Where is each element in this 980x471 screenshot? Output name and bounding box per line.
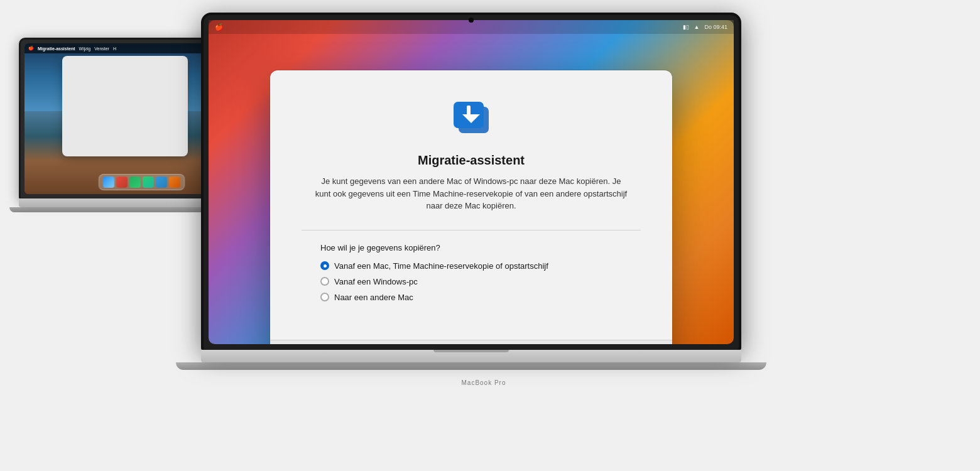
radio-label-2: Vanaf een Windows-pc [334, 277, 418, 286]
radio-item-1[interactable]: Vanaf een Mac, Time Machine-reservekopie… [320, 261, 548, 271]
front-macbook: 🍎 ▮▯ ▲ Do 09:41 [201, 13, 766, 370]
back-dock [99, 174, 185, 190]
radio-circle-3[interactable] [320, 293, 329, 301]
back-dock-maps[interactable] [169, 176, 180, 188]
back-menu-venster[interactable]: Venster [94, 46, 109, 51]
radio-circle-1[interactable] [320, 261, 329, 270]
back-app-name: Migratie-assistent [38, 46, 75, 51]
back-dock-finder[interactable] [103, 176, 114, 188]
clock-status: Do 09:41 [704, 24, 727, 30]
migration-dialog: Migratie-assistent Je kunt gegevens van … [270, 70, 672, 344]
dialog-footer: Stop Ga door [270, 340, 672, 345]
back-dock-launchpad[interactable] [116, 176, 128, 188]
back-dock-messages[interactable] [143, 176, 154, 188]
front-wallpaper: 🍎 ▮▯ ▲ Do 09:41 [209, 20, 734, 344]
front-macbook-lid: 🍎 ▮▯ ▲ Do 09:41 [201, 13, 741, 352]
dialog-body: Migratie-assistent Je kunt gegevens van … [270, 70, 672, 340]
dialog-question: Hoe wil je je gegevens kopiëren? [320, 243, 440, 252]
dialog-subtitle: Je kunt gegevens van een andere Mac of W… [314, 175, 628, 212]
radio-label-1: Vanaf een Mac, Time Machine-reservekopie… [334, 261, 548, 271]
menubar-left: 🍎 [215, 23, 224, 31]
front-macbook-base-bottom: MacBook Pro [176, 362, 766, 370]
back-dock-safari[interactable] [129, 176, 141, 188]
wifi-status: ▲ [694, 24, 700, 30]
radio-circle-2[interactable] [320, 277, 329, 286]
radio-label-3: Naar een andere Mac [334, 293, 413, 302]
scene: 🍎 Migratie-assistent Wijzig Venster H [0, 0, 980, 471]
front-camera [469, 18, 474, 23]
radio-item-3[interactable]: Naar een andere Mac [320, 293, 548, 302]
macbook-label: MacBook Pro [461, 379, 506, 386]
front-macbook-hinge [433, 350, 509, 352]
back-menu-wijzig[interactable]: Wijzig [79, 46, 91, 51]
back-dock-mail[interactable] [156, 176, 167, 188]
front-screen: 🍎 ▮▯ ▲ Do 09:41 [209, 20, 734, 344]
front-apple-logo: 🍎 [215, 23, 224, 31]
menubar-right: ▮▯ ▲ Do 09:41 [683, 24, 727, 30]
back-apple-logo: 🍎 [28, 46, 34, 51]
battery-status: ▮▯ [683, 24, 689, 30]
migration-icon [446, 93, 496, 143]
radio-group: Vanaf een Mac, Time Machine-reservekopie… [320, 261, 548, 302]
dialog-title: Migratie-assistent [418, 153, 525, 168]
front-macbook-base [201, 350, 741, 362]
dialog-separator [302, 230, 641, 230]
radio-item-2[interactable]: Vanaf een Windows-pc [320, 277, 548, 286]
back-dialog-window [62, 56, 188, 156]
back-menu-h[interactable]: H [113, 46, 116, 51]
